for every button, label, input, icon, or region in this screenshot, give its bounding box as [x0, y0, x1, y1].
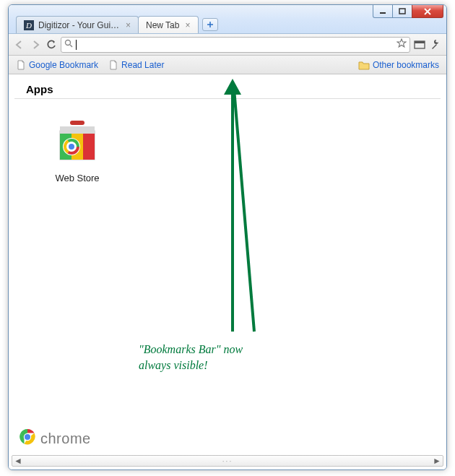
svg-point-8	[66, 40, 71, 46]
chrome-branding-text: chrome	[40, 430, 91, 447]
other-bookmarks-label: Other bookmarks	[373, 60, 439, 70]
titlebar: D Digitizor - Your Guide to ... × New Ta…	[9, 5, 446, 34]
forward-button[interactable]	[29, 38, 42, 51]
page-icon[interactable]	[413, 38, 426, 51]
search-icon	[64, 39, 73, 50]
scroll-right-icon[interactable]: ►	[431, 456, 443, 466]
close-icon[interactable]: ×	[126, 20, 131, 30]
svg-point-28	[25, 434, 30, 440]
svg-rect-13	[60, 126, 95, 134]
star-icon[interactable]	[396, 38, 407, 51]
browser-window: D Digitizor - Your Guide to ... × New Ta…	[8, 4, 447, 470]
tab-digitizor[interactable]: D Digitizor - Your Guide to ... ×	[16, 16, 139, 33]
web-store-icon	[51, 113, 103, 165]
annotation-line1: "Bookmarks Bar" now	[139, 342, 243, 358]
app-label: Web Store	[38, 173, 117, 183]
close-icon[interactable]: ×	[185, 20, 190, 30]
tab-strip: D Digitizor - Your Guide to ... × New Ta…	[16, 13, 218, 33]
bookmark-label: Read Later	[121, 60, 164, 70]
page-icon	[16, 60, 26, 70]
nav-toolbar	[9, 34, 446, 56]
tab-new-tab[interactable]: New Tab ×	[138, 16, 199, 33]
bookmarks-bar: Google Bookmark Read Later Other bookmar…	[9, 56, 446, 74]
maximize-button[interactable]	[392, 5, 412, 18]
svg-line-9	[70, 45, 72, 47]
favicon-digitizor: D	[24, 20, 34, 30]
back-button[interactable]	[13, 38, 26, 51]
svg-rect-11	[415, 41, 425, 43]
horizontal-scrollbar[interactable]: ◄ ··· ►	[12, 455, 443, 467]
folder-icon	[358, 60, 370, 70]
apps-heading: Apps	[14, 74, 441, 99]
svg-point-22	[69, 144, 74, 150]
close-button[interactable]	[412, 5, 443, 18]
other-bookmarks[interactable]: Other bookmarks	[355, 59, 442, 72]
svg-rect-17	[83, 134, 95, 160]
annotation-text: "Bookmarks Bar" now always visible!	[139, 342, 243, 374]
app-web-store[interactable]: Web Store	[38, 113, 117, 183]
tab-label: Digitizor - Your Guide to ...	[38, 20, 120, 30]
content-area: Apps	[9, 74, 446, 469]
bookmark-read-later[interactable]: Read Later	[105, 59, 167, 72]
scroll-track[interactable]: ···	[24, 457, 431, 465]
wrench-icon[interactable]	[429, 38, 442, 51]
apps-grid: Web Store	[9, 99, 446, 198]
window-controls	[373, 5, 443, 18]
bookmark-google-bookmark[interactable]: Google Bookmark	[13, 59, 101, 72]
svg-rect-1	[399, 9, 405, 14]
page-icon	[108, 60, 118, 70]
svg-rect-14	[70, 121, 84, 125]
reload-button[interactable]	[45, 38, 58, 51]
chrome-logo-icon	[19, 428, 36, 449]
url-input[interactable]	[79, 39, 394, 50]
text-cursor	[76, 40, 77, 50]
bookmark-label: Google Bookmark	[29, 60, 98, 70]
scroll-left-icon[interactable]: ◄	[12, 456, 24, 466]
annotation-line2: always visible!	[139, 358, 243, 373]
tab-label: New Tab	[146, 20, 179, 30]
svg-text:D: D	[25, 21, 32, 30]
new-tab-button[interactable]	[202, 18, 218, 31]
chrome-branding: chrome	[19, 428, 91, 449]
address-bar[interactable]	[61, 37, 410, 53]
minimize-button[interactable]	[373, 5, 393, 18]
